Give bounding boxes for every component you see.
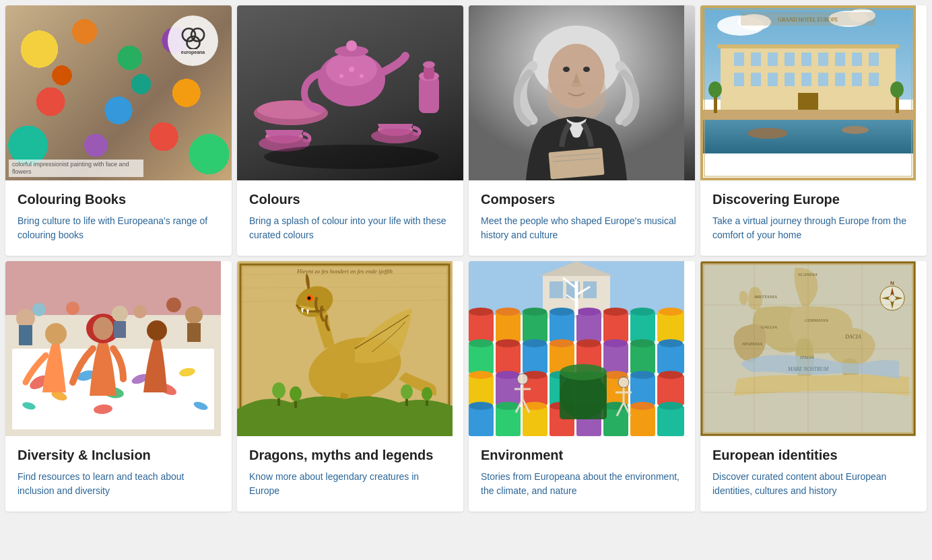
svg-point-83: [147, 320, 167, 341]
card-desc-dragons: Know more about legendary creatures in E…: [249, 470, 451, 498]
svg-rect-128: [576, 312, 601, 342]
dragons-svg: Hievnt zo fes hondert en fes ende ijefft…: [237, 261, 453, 436]
card-discovering-europe[interactable]: GRAND HOTEL EUROPE: [700, 5, 927, 256]
svg-rect-166: [657, 375, 684, 405]
composer-portrait-svg: [469, 5, 684, 180]
svg-point-88: [112, 306, 128, 322]
svg-rect-120: [469, 312, 494, 342]
svg-rect-54: [869, 73, 879, 86]
svg-point-106: [308, 297, 311, 300]
card-composers[interactable]: Composers Meet the people who shaped Eur…: [469, 5, 695, 256]
card-title-colouring-books: Colouring Books: [18, 191, 220, 207]
diversity-bg: [5, 261, 232, 436]
card-environment[interactable]: Environment Stories from Europeana about…: [469, 261, 695, 512]
card-colouring-books[interactable]: europeana colorful impressionist paintin…: [5, 5, 232, 256]
svg-text:MARE NOSTRUM: MARE NOSTRUM: [787, 366, 830, 372]
svg-rect-37: [734, 53, 744, 66]
svg-rect-134: [657, 312, 684, 342]
europeana-logo-icon: [180, 27, 206, 49]
svg-point-12: [371, 129, 420, 143]
svg-rect-146: [603, 343, 628, 374]
svg-point-110: [290, 386, 302, 401]
svg-point-147: [603, 339, 628, 347]
svg-point-86: [185, 306, 203, 324]
card-image-discovering-europe: GRAND HOTEL EUROPE: [700, 5, 927, 180]
svg-point-19: [360, 74, 364, 78]
svg-point-186: [560, 364, 607, 380]
svg-point-192: [618, 377, 629, 388]
svg-rect-87: [187, 323, 201, 342]
svg-point-187: [517, 374, 528, 384]
svg-point-129: [576, 308, 601, 316]
svg-point-64: [890, 81, 904, 98]
card-image-environment: [469, 261, 695, 436]
svg-text:DACIA: DACIA: [844, 334, 861, 340]
svg-point-167: [659, 371, 683, 379]
svg-point-90: [66, 302, 79, 315]
card-body-environment: Environment Stories from Europeana about…: [469, 436, 695, 512]
svg-rect-130: [603, 312, 628, 342]
svg-point-17: [349, 67, 354, 72]
map-bg: BRITTANIA GALLIA HISPANIA GERMANIA DACIA…: [700, 261, 927, 436]
svg-rect-51: [818, 73, 828, 86]
card-image-dragons: Hievnt zo fes hondert en fes ende ijefft…: [237, 261, 463, 436]
svg-rect-138: [496, 343, 521, 374]
svg-rect-164: [630, 375, 655, 405]
card-body-dragons: Dragons, myths and legends Know more abo…: [237, 436, 463, 512]
europeana-text: europeana: [181, 50, 205, 55]
card-body-colouring-books: Colouring Books Bring culture to life wi…: [5, 180, 232, 256]
svg-rect-41: [801, 53, 811, 66]
card-european-identities[interactable]: BRITTANIA GALLIA HISPANIA GERMANIA DACIA…: [700, 261, 927, 512]
svg-point-143: [550, 339, 574, 347]
svg-rect-45: [869, 53, 879, 66]
svg-point-131: [603, 308, 628, 316]
card-image-european-identities: BRITTANIA GALLIA HISPANIA GERMANIA DACIA…: [700, 261, 927, 436]
svg-point-123: [496, 308, 520, 316]
card-dragons[interactable]: Hievnt zo fes hondert en fes ende ijefft…: [237, 261, 463, 512]
map-svg: BRITTANIA GALLIA HISPANIA GERMANIA DACIA…: [700, 261, 916, 436]
svg-point-181: [630, 402, 655, 410]
card-title-diversity-inclusion: Diversity & Inclusion: [18, 447, 220, 463]
svg-rect-182: [657, 406, 684, 436]
svg-point-151: [659, 339, 683, 347]
svg-text:GRAND HOTEL EUROPE: GRAND HOTEL EUROPE: [778, 17, 838, 23]
svg-text:BRITTANIA: BRITTANIA: [754, 294, 777, 300]
svg-point-121: [469, 308, 493, 316]
svg-rect-136: [469, 343, 494, 374]
svg-rect-140: [523, 343, 547, 374]
svg-point-141: [523, 339, 547, 347]
card-title-environment: Environment: [481, 447, 683, 463]
svg-point-93: [32, 303, 46, 316]
svg-rect-52: [835, 73, 845, 86]
svg-rect-13: [419, 76, 439, 113]
svg-rect-53: [852, 73, 862, 86]
svg-rect-40: [785, 53, 795, 66]
svg-rect-150: [657, 343, 684, 374]
svg-rect-50: [801, 73, 811, 86]
svg-rect-180: [630, 406, 655, 436]
portrait-bg: [469, 5, 695, 180]
svg-text:GERMANIA: GERMANIA: [805, 318, 829, 323]
svg-point-139: [496, 339, 520, 347]
svg-rect-47: [751, 73, 761, 86]
svg-text:GALLIA: GALLIA: [761, 324, 777, 330]
europeana-logo-overlay: europeana: [168, 15, 218, 66]
svg-rect-48: [768, 73, 778, 86]
card-diversity-inclusion[interactable]: Diversity & Inclusion Find resources to …: [5, 261, 232, 512]
svg-rect-26: [548, 148, 604, 180]
svg-rect-38: [751, 53, 761, 66]
card-body-discovering-europe: Discovering Europe Take a virtual journe…: [700, 180, 927, 256]
card-colours[interactable]: Colours Bring a splash of colour into yo…: [237, 5, 463, 256]
svg-point-137: [469, 339, 493, 347]
svg-point-62: [708, 81, 722, 98]
card-desc-diversity-inclusion: Find resources to learn and teach about …: [18, 470, 220, 498]
svg-point-92: [133, 305, 147, 318]
svg-point-91: [166, 298, 181, 312]
svg-rect-132: [630, 312, 655, 342]
svg-point-155: [496, 371, 520, 379]
card-desc-discovering-europe: Take a virtual journey through Europe fr…: [712, 214, 914, 242]
card-image-diversity-inclusion: [5, 261, 232, 436]
card-body-colours: Colours Bring a splash of colour into yo…: [237, 180, 463, 256]
card-desc-colouring-books: Bring culture to life with Europeana's r…: [18, 214, 220, 242]
image-caption: colorful impressionist painting with fac…: [9, 160, 143, 177]
